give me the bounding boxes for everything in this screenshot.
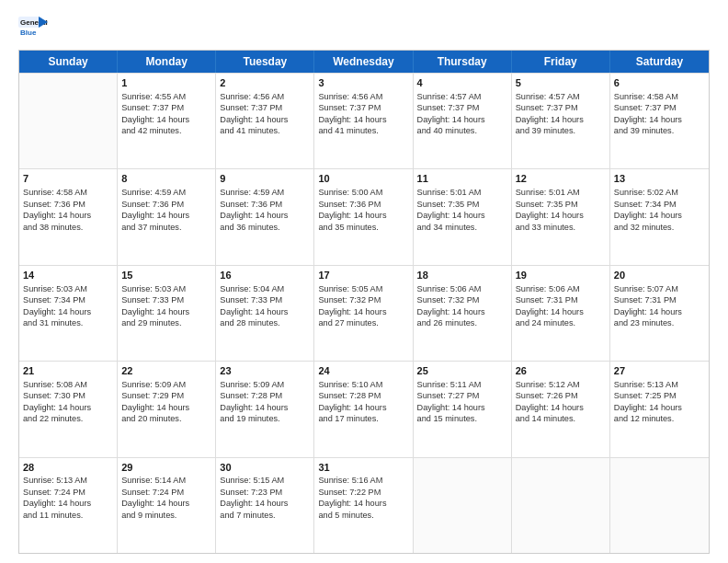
day-30-line-3: Daylight: 14 hours bbox=[220, 499, 288, 508]
day-6-line-2: Sunset: 7:37 PM bbox=[614, 103, 677, 112]
day-number-20: 20 bbox=[614, 269, 705, 282]
calendar-week-4: 21Sunrise: 5:08 AMSunset: 7:30 PMDayligh… bbox=[19, 361, 709, 456]
header-cell-sunday: Sunday bbox=[19, 51, 118, 73]
header-cell-saturday: Saturday bbox=[610, 51, 709, 73]
day-number-7: 7 bbox=[23, 172, 113, 186]
calendar-day-6: 6Sunrise: 4:58 AMSunset: 7:37 PMDaylight… bbox=[610, 74, 709, 168]
day-3-line-2: Sunset: 7:37 PM bbox=[318, 103, 381, 112]
day-19-line-4: and 24 minutes. bbox=[516, 318, 575, 327]
calendar-day-25: 25Sunrise: 5:11 AMSunset: 7:27 PMDayligh… bbox=[414, 362, 512, 456]
day-27-line-4: and 12 minutes. bbox=[614, 414, 674, 423]
day-13-line-4: and 32 minutes. bbox=[614, 223, 674, 232]
day-23-line-4: and 19 minutes. bbox=[220, 414, 279, 423]
day-2-line-1: Sunrise: 4:56 AM bbox=[220, 92, 284, 101]
day-24-line-4: and 17 minutes. bbox=[318, 414, 378, 423]
day-16-line-3: Daylight: 14 hours bbox=[220, 307, 288, 316]
day-3-line-4: and 41 minutes. bbox=[318, 126, 378, 135]
day-29-line-2: Sunset: 7:24 PM bbox=[121, 488, 184, 497]
calendar-day-3: 3Sunrise: 4:56 AMSunset: 7:37 PMDaylight… bbox=[314, 74, 413, 168]
calendar: SundayMondayTuesdayWednesdayThursdayFrid… bbox=[18, 50, 710, 554]
day-number-25: 25 bbox=[417, 364, 507, 378]
day-number-22: 22 bbox=[121, 364, 211, 378]
day-7-line-3: Daylight: 14 hours bbox=[23, 211, 91, 220]
calendar-day-30: 30Sunrise: 5:15 AMSunset: 7:23 PMDayligh… bbox=[216, 458, 314, 553]
calendar-header-row: SundayMondayTuesdayWednesdayThursdayFrid… bbox=[19, 51, 709, 73]
day-number-2: 2 bbox=[220, 76, 310, 90]
day-24-line-1: Sunrise: 5:10 AM bbox=[318, 380, 382, 389]
day-6-line-3: Daylight: 14 hours bbox=[614, 115, 682, 124]
day-28-line-4: and 11 minutes. bbox=[23, 511, 83, 520]
day-19-line-3: Daylight: 14 hours bbox=[516, 307, 584, 316]
calendar-empty-0-0 bbox=[19, 74, 118, 168]
calendar-day-1: 1Sunrise: 4:55 AMSunset: 7:37 PMDaylight… bbox=[118, 74, 216, 168]
day-number-18: 18 bbox=[417, 269, 507, 282]
day-1-line-1: Sunrise: 4:55 AM bbox=[121, 92, 186, 101]
day-5-line-3: Daylight: 14 hours bbox=[516, 115, 584, 124]
day-number-12: 12 bbox=[516, 172, 606, 186]
day-7-line-4: and 38 minutes. bbox=[23, 223, 83, 232]
day-11-line-3: Daylight: 14 hours bbox=[417, 211, 485, 220]
day-27-line-2: Sunset: 7:25 PM bbox=[614, 391, 677, 400]
day-18-line-4: and 26 minutes. bbox=[417, 318, 477, 327]
day-1-line-4: and 42 minutes. bbox=[121, 126, 181, 135]
calendar-day-17: 17Sunrise: 5:05 AMSunset: 7:32 PMDayligh… bbox=[314, 266, 413, 361]
day-28-line-3: Daylight: 14 hours bbox=[23, 499, 91, 508]
day-19-line-1: Sunrise: 5:06 AM bbox=[516, 284, 580, 293]
day-30-line-4: and 7 minutes. bbox=[220, 511, 275, 520]
calendar-body: 1Sunrise: 4:55 AMSunset: 7:37 PMDaylight… bbox=[19, 73, 709, 553]
calendar-day-18: 18Sunrise: 5:06 AMSunset: 7:32 PMDayligh… bbox=[414, 266, 512, 361]
day-number-10: 10 bbox=[318, 172, 408, 186]
day-13-line-2: Sunset: 7:34 PM bbox=[614, 200, 677, 209]
header-cell-monday: Monday bbox=[118, 51, 216, 73]
day-18-line-1: Sunrise: 5:06 AM bbox=[417, 284, 482, 293]
calendar-day-8: 8Sunrise: 4:59 AMSunset: 7:36 PMDaylight… bbox=[118, 169, 216, 264]
calendar-day-10: 10Sunrise: 5:00 AMSunset: 7:36 PMDayligh… bbox=[314, 169, 413, 264]
day-number-26: 26 bbox=[516, 364, 606, 378]
calendar-week-3: 14Sunrise: 5:03 AMSunset: 7:34 PMDayligh… bbox=[19, 265, 709, 361]
day-number-27: 27 bbox=[614, 364, 705, 378]
day-26-line-1: Sunrise: 5:12 AM bbox=[516, 380, 580, 389]
day-20-line-3: Daylight: 14 hours bbox=[614, 307, 682, 316]
day-12-line-3: Daylight: 14 hours bbox=[516, 211, 584, 220]
day-26-line-2: Sunset: 7:26 PM bbox=[516, 391, 578, 400]
calendar-empty-4-6 bbox=[610, 458, 709, 553]
day-16-line-4: and 28 minutes. bbox=[220, 318, 279, 327]
day-13-line-1: Sunrise: 5:02 AM bbox=[614, 188, 678, 197]
day-15-line-4: and 29 minutes. bbox=[121, 318, 181, 327]
calendar-day-4: 4Sunrise: 4:57 AMSunset: 7:37 PMDaylight… bbox=[414, 74, 512, 168]
day-17-line-2: Sunset: 7:32 PM bbox=[318, 295, 381, 304]
day-8-line-4: and 37 minutes. bbox=[121, 223, 181, 232]
header-cell-wednesday: Wednesday bbox=[314, 51, 413, 73]
day-27-line-1: Sunrise: 5:13 AM bbox=[614, 380, 678, 389]
calendar-day-22: 22Sunrise: 5:09 AMSunset: 7:29 PMDayligh… bbox=[118, 362, 216, 456]
day-21-line-2: Sunset: 7:30 PM bbox=[23, 391, 85, 400]
day-number-1: 1 bbox=[121, 76, 211, 90]
day-10-line-3: Daylight: 14 hours bbox=[318, 211, 386, 220]
day-23-line-1: Sunrise: 5:09 AM bbox=[220, 380, 284, 389]
page: General Blue SundayMondayTuesdayWednesda… bbox=[0, 0, 728, 563]
day-20-line-4: and 23 minutes. bbox=[614, 318, 674, 327]
day-number-5: 5 bbox=[516, 76, 606, 90]
day-number-28: 28 bbox=[23, 461, 113, 475]
day-5-line-1: Sunrise: 4:57 AM bbox=[516, 92, 580, 101]
header-cell-thursday: Thursday bbox=[414, 51, 512, 73]
day-4-line-2: Sunset: 7:37 PM bbox=[417, 103, 480, 112]
day-14-line-3: Daylight: 14 hours bbox=[23, 307, 91, 316]
day-21-line-3: Daylight: 14 hours bbox=[23, 403, 91, 412]
calendar-day-26: 26Sunrise: 5:12 AMSunset: 7:26 PMDayligh… bbox=[512, 362, 610, 456]
calendar-day-5: 5Sunrise: 4:57 AMSunset: 7:37 PMDaylight… bbox=[512, 74, 610, 168]
day-24-line-3: Daylight: 14 hours bbox=[318, 403, 386, 412]
day-5-line-4: and 39 minutes. bbox=[516, 126, 575, 135]
day-number-15: 15 bbox=[121, 269, 211, 282]
day-9-line-2: Sunset: 7:36 PM bbox=[220, 200, 282, 209]
day-4-line-3: Daylight: 14 hours bbox=[417, 115, 485, 124]
day-21-line-4: and 22 minutes. bbox=[23, 414, 83, 423]
day-25-line-4: and 15 minutes. bbox=[417, 414, 477, 423]
calendar-day-31: 31Sunrise: 5:16 AMSunset: 7:22 PMDayligh… bbox=[314, 458, 413, 553]
day-31-line-3: Daylight: 14 hours bbox=[318, 499, 386, 508]
day-9-line-4: and 36 minutes. bbox=[220, 223, 279, 232]
day-10-line-1: Sunrise: 5:00 AM bbox=[318, 188, 382, 197]
day-number-24: 24 bbox=[318, 364, 408, 378]
day-9-line-1: Sunrise: 4:59 AM bbox=[220, 188, 284, 197]
day-3-line-3: Daylight: 14 hours bbox=[318, 115, 386, 124]
